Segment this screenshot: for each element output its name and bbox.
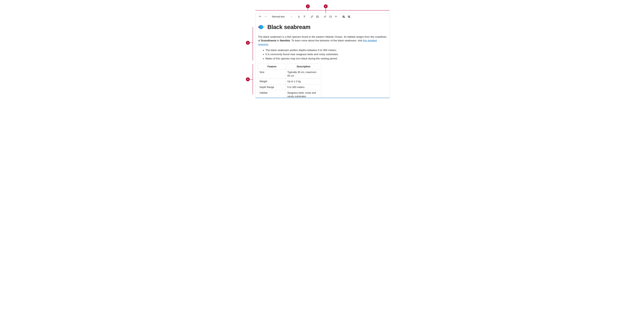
chevron-down-icon bbox=[291, 16, 292, 17]
editor-content[interactable]: Black seabream The black seabream is a f… bbox=[256, 20, 390, 98]
callout-2-label: 2 bbox=[325, 5, 326, 7]
svg-rect-2 bbox=[316, 16, 318, 17]
table-header: Description bbox=[286, 64, 321, 69]
redo-button[interactable] bbox=[263, 14, 268, 19]
editor-toolbar: Normal text bbox=[256, 13, 390, 20]
svg-point-3 bbox=[317, 16, 317, 17]
paragraph-style-select[interactable]: Normal text bbox=[270, 14, 294, 19]
table-row: Habitat Seagrass beds, rocky and sandy s… bbox=[258, 90, 321, 98]
document-title-row: Black seabream bbox=[258, 23, 387, 31]
table-header-row: Feature Description bbox=[258, 64, 321, 69]
callout-4-dot: 4 bbox=[246, 77, 250, 81]
paragraph-style-label: Normal text bbox=[272, 15, 284, 18]
image-button[interactable] bbox=[315, 14, 320, 19]
undo-button[interactable] bbox=[258, 14, 263, 19]
callout-4-tick bbox=[250, 79, 253, 79]
code-block-button[interactable] bbox=[328, 14, 333, 19]
svg-point-24 bbox=[260, 26, 260, 27]
callout-1-line bbox=[256, 10, 390, 10]
insert-table-button[interactable] bbox=[341, 14, 346, 19]
callout-3-dot: 3 bbox=[246, 41, 250, 45]
svg-rect-4 bbox=[330, 16, 332, 17]
bullet-list: The black seabream prefers depths betwee… bbox=[258, 48, 387, 60]
highlight-button[interactable] bbox=[302, 14, 307, 19]
intro-paragraph: The black seabream is a fish species fou… bbox=[258, 35, 387, 46]
toolbar-separator bbox=[269, 15, 270, 18]
callout-3-label: 3 bbox=[247, 42, 248, 44]
callout-1-stem bbox=[308, 8, 308, 10]
callout-3-range bbox=[253, 27, 253, 60]
fish-icon bbox=[258, 24, 264, 30]
toolbar-separator bbox=[295, 15, 295, 18]
table-row: Size Typically 30 cm, maximum 60 cm bbox=[258, 69, 321, 79]
toolbar-separator bbox=[340, 15, 340, 18]
callout-3-tick bbox=[250, 43, 253, 43]
callout-1-label: 1 bbox=[307, 5, 308, 7]
table-row: Weight Up to 1.2 kg bbox=[258, 79, 321, 84]
font-color-button[interactable] bbox=[296, 14, 302, 19]
callout-2-dot: 2 bbox=[324, 4, 328, 8]
list-item: It is commonly found near seagrass beds … bbox=[266, 52, 387, 56]
list-item: The black seabream prefers depths betwee… bbox=[266, 48, 387, 52]
italic-text: black seabream bbox=[263, 35, 282, 38]
callout-1-dot: 1 bbox=[306, 4, 310, 8]
quote-button[interactable]: 99 bbox=[334, 14, 339, 19]
rich-text-editor: Normal text bbox=[256, 13, 390, 98]
link-button[interactable] bbox=[309, 14, 314, 19]
callout-4-label: 4 bbox=[247, 78, 248, 80]
feature-table: Feature Description Size Typically 30 cm… bbox=[258, 64, 321, 98]
callout-4-range bbox=[253, 64, 253, 95]
delete-table-button[interactable] bbox=[346, 14, 352, 19]
svg-text:99: 99 bbox=[335, 15, 337, 17]
document-title: Black seabream bbox=[267, 23, 310, 31]
clear-format-button[interactable] bbox=[322, 14, 328, 19]
list-item: Males of this species may turn black dur… bbox=[266, 57, 387, 60]
table-header: Feature bbox=[258, 64, 286, 69]
table-row: Depth Range 5 to 300 meters bbox=[258, 84, 321, 90]
bold-text: Scandinavia bbox=[261, 39, 276, 42]
toolbar-separator bbox=[308, 15, 308, 18]
bold-text: Namibia bbox=[280, 39, 290, 42]
